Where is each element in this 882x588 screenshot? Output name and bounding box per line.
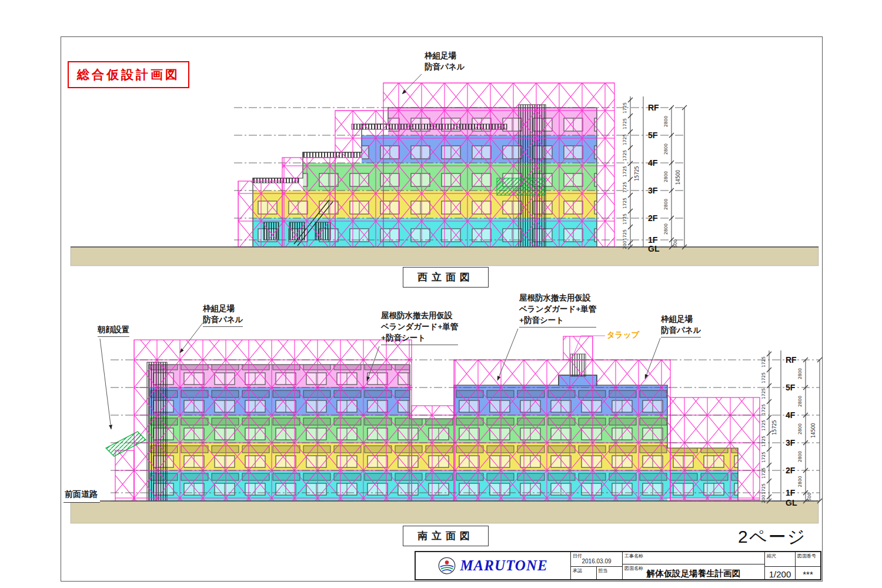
page-number: 2ページ (738, 525, 806, 549)
company-logo: MARUTONE (416, 552, 570, 579)
annotation-line: ベランダガード+単管 (519, 304, 596, 315)
scale-column: 縮尺 1/200 (764, 552, 795, 579)
dimension-text: 1725 (761, 404, 766, 415)
number-label: 図面番号 (797, 553, 816, 559)
dimension-text: 1725 (622, 198, 627, 209)
dimension-text: 1725 (622, 150, 627, 161)
floor-label: RF (786, 355, 797, 365)
annotation-line: 防音パネル (661, 325, 701, 338)
charge-cell: 担当 (597, 567, 623, 579)
dimension-text: 1725 (622, 213, 627, 225)
south-dimension-stack: 1725172517251725172517251725172517252001… (761, 350, 822, 507)
floor-label: 4F (648, 158, 658, 168)
dimension-text: 2800 (663, 199, 669, 210)
dimension-text: 1725 (761, 388, 766, 399)
scaffold-region (134, 340, 412, 501)
floor-label: 1F (786, 488, 796, 497)
caption-south-elevation: 南立面図 (403, 526, 489, 546)
drawing-name-value: 解体仮設足場養生計画図 (623, 564, 764, 579)
annotation-front-road: 前面道路 (64, 488, 100, 503)
floor-label: RF (648, 103, 659, 112)
drawing-label: 図面名称 (624, 565, 643, 572)
floor-label: 5F (786, 383, 796, 392)
dimension-text: 15725 (772, 420, 777, 435)
dimension-text: 2800 (663, 171, 669, 182)
floor-label: GL (786, 498, 797, 507)
annotation-line: 枠組足場 (661, 314, 701, 325)
dimension-text: 2800 (663, 223, 669, 235)
west-dimension-stack: 1725172517251725172517251725172517252001… (622, 96, 687, 253)
approval-cell: 承認 (571, 567, 597, 579)
dimension-text: 1725 (761, 420, 766, 431)
dimension-text: 2800 (797, 368, 803, 379)
dimension-text: 1725 (622, 102, 627, 113)
dimension-text: 1725 (761, 356, 766, 368)
annotation-scaffold-south-left: 枠組足場 防音パネル (203, 303, 243, 327)
floor-label: 4F (786, 410, 796, 420)
annotation-line: 防音パネル (203, 315, 243, 327)
annotation-line: 屋根防水撤去用仮設 (381, 310, 458, 322)
project-label: 工事名称 (624, 553, 643, 559)
date-label: 日付 (573, 553, 582, 559)
dimension-text: 500 (807, 493, 812, 502)
drawing-name-cell: 図面名称 解体仮設足場養生計画図 (623, 564, 764, 579)
charge-label: 担当 (599, 567, 608, 574)
annotation-line: 防音パネル (425, 62, 465, 73)
dimension-text: 2800 (663, 143, 669, 155)
annotation-line: 枠組足場 (203, 303, 243, 315)
annotation-line: +防音シート (519, 315, 596, 328)
dimension-text: 1725 (622, 182, 627, 193)
cad-canvas: 1725172517251725172517251725172517252001… (0, 0, 882, 588)
floor-label: 1F (648, 235, 658, 245)
number-value: *** (796, 567, 820, 579)
annotation-scaffold-west: 枠組足場 防音パネル (425, 51, 465, 73)
dimension-text: 1725 (761, 372, 766, 383)
title-block: MARUTONE 日付 2016.03.09 承認 担当 工事名称 図面名称 (415, 551, 821, 580)
approval-label: 承認 (573, 567, 582, 574)
annotation-roof-temp-left: 屋根防水撤去用仮設 ベランダガード+単管 +防音シート (381, 310, 458, 345)
floor-label: 2F (648, 213, 658, 223)
dimension-text: 1725 (622, 229, 627, 240)
dimension-text: 14500 (811, 423, 816, 437)
dimension-text: 1725 (761, 436, 766, 447)
annotation-line: 枠組足場 (425, 51, 465, 62)
dimension-text: 2800 (797, 423, 803, 435)
scale-label: 縮尺 (767, 553, 776, 559)
annotation-asagao: 朝顔設置 (98, 325, 129, 337)
dimension-text: 200 (622, 240, 627, 249)
company-name: MARUTONE (460, 557, 547, 574)
names-column: 工事名称 図面名称 解体仮設足場養生計画図 (622, 552, 764, 579)
dimension-text: 2800 (663, 116, 669, 127)
dimension-text: 14500 (676, 170, 681, 185)
number-value-cell: *** (796, 567, 820, 579)
scaffold-tower-top (563, 336, 593, 360)
project-name-cell: 工事名称 (623, 552, 764, 564)
scale-label-cell: 縮尺 (765, 552, 795, 567)
ground-south (71, 501, 818, 523)
date-approval-column: 日付 2016.03.09 承認 担当 (570, 552, 622, 579)
drawing-number-column: 図面番号 *** (795, 552, 820, 579)
annotation-line: +防音シート (381, 333, 458, 345)
annotation-tarappu: タラップ (607, 330, 639, 341)
date-cell: 日付 2016.03.09 (571, 552, 622, 567)
caption-west-elevation: 西立面図 (403, 267, 489, 288)
dimension-text: 1725 (622, 166, 627, 177)
annotation-scaffold-south-right: 枠組足場 防音パネル (661, 314, 701, 338)
floor-label: 2F (786, 466, 796, 475)
dimension-text: 1725 (622, 118, 627, 129)
drawing-sheet: 1725172517251725172517251725172517252001… (0, 0, 882, 588)
dimension-text: 200 (761, 495, 766, 503)
annotation-line: ベランダガード+単管 (381, 322, 458, 333)
scale-value: 1/200 (765, 567, 795, 579)
dimension-text: 2800 (797, 476, 803, 487)
number-label-cell: 図面番号 (796, 552, 820, 567)
dimension-text: 1725 (761, 452, 766, 463)
floor-label: 5F (648, 131, 658, 140)
floor-label: GL (648, 244, 660, 253)
dimension-text: 500 (673, 239, 678, 248)
scale-value-cell: 1/200 (765, 567, 795, 579)
plan-title-box: 総合仮設計画図 (68, 61, 189, 88)
company-emblem-icon (438, 557, 456, 574)
annotation-line: 屋根防水撤去用仮設 (519, 293, 596, 304)
south-elevation-drawing (106, 336, 760, 501)
